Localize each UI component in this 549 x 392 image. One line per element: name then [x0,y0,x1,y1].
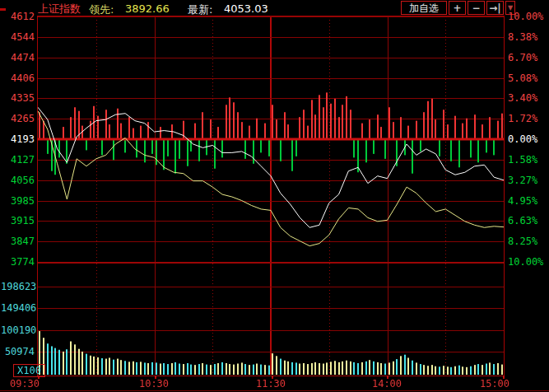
jump-to-latest-icon[interactable]: →| [486,1,504,15]
pct-axis-label: 5.08% [508,72,537,84]
price-axis-label: 3847 [1,236,35,247]
price-axis-label: 4127 [1,154,35,166]
zoom-out-button[interactable]: − [468,1,485,15]
time-axis-label: 14:00 [372,378,402,390]
price-axis-label: 4193 [1,133,35,145]
price-axis-label: 4612 [1,11,35,22]
pct-axis-label: 0.00% [508,133,537,145]
price-axis-label: 4544 [1,31,35,43]
pct-axis-label: 4.95% [508,195,537,207]
main-chart-canvas[interactable] [38,16,504,262]
time-axis-tick [38,376,40,379]
time-axis-tick [272,376,273,379]
price-axis-label: 4265 [1,113,35,124]
latest-value: 4053.03 [224,2,268,15]
volume-axis-label: 100190 [1,324,35,336]
leading-value: 3892.66 [125,2,170,15]
time-axis-label: 10:30 [139,378,169,390]
pct-axis-label: 6.63% [508,215,537,226]
title-bar: 上证指数 领先: 3892.66 最新: 4053.03 加自选 + − →| … [0,0,549,16]
window-bottom-border [0,390,549,391]
time-axis-tick [387,376,388,379]
price-axis-label: 3915 [1,215,35,226]
pct-axis-label: 10.00% [508,11,543,22]
time-axis-label: 11:30 [256,378,286,390]
volume-axis-label: 198623 [1,281,35,292]
pct-axis-label: 1.72% [508,113,537,124]
toolbar-buttons: 加自选 + − →| ▼ [401,1,515,15]
volume-axis-label: 50974 [1,346,35,357]
add-watchlist-button[interactable]: 加自选 [401,1,447,15]
time-axis-tick [503,376,505,379]
pct-axis-label: 3.27% [508,175,537,186]
price-axis-label: 4474 [1,52,35,63]
price-axis-label: 3774 [1,256,35,268]
time-axis-label: 15:00 [480,378,509,390]
volume-unit-badge: X100 [13,364,45,377]
pct-axis-label: 1.58% [508,154,537,166]
pct-axis-label: 6.70% [508,52,537,63]
pct-axis-label: 3.40% [508,92,537,104]
pct-axis-label: 10.00% [508,256,543,268]
price-axis-label: 3985 [1,195,35,207]
price-axis-label: 4406 [1,72,35,84]
time-axis-tick [155,376,156,379]
time-axis-label: 09:30 [10,378,40,390]
pct-axis-label: 8.25% [508,236,537,247]
price-axis-label: 4335 [1,92,35,104]
volume-axis-label: 149406 [1,302,35,314]
pct-axis-label: 8.38% [508,31,537,43]
plot-frame [37,16,505,376]
intraday-chart-app: 上证指数 领先: 3892.66 最新: 4053.03 加自选 + − →| … [0,0,549,392]
zoom-in-button[interactable]: + [449,1,466,15]
price-axis-label: 4056 [1,175,35,186]
volume-chart-canvas[interactable] [38,264,504,375]
